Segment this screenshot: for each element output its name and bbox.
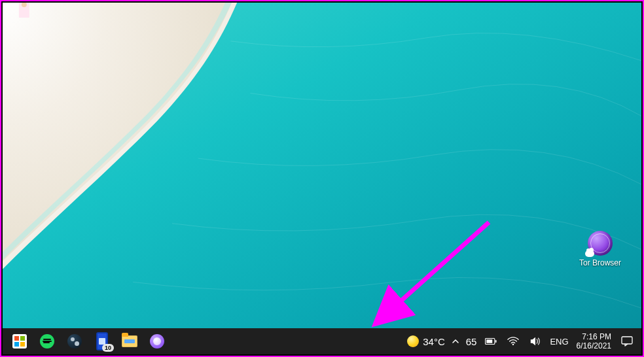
spotify-button[interactable] (39, 333, 55, 349)
steam-icon (67, 334, 82, 348)
tor-browser-shortcut[interactable]: Tor Browser (575, 231, 626, 267)
your-phone-badge: 10 (102, 344, 114, 352)
weather-widget[interactable]: 34°C (407, 335, 445, 347)
file-explorer-button[interactable] (122, 333, 137, 349)
svg-rect-8 (622, 337, 632, 344)
spotify-icon (40, 334, 54, 348)
svg-rect-6 (487, 339, 493, 343)
clock-button[interactable]: 7:16 PM 6/16/2021 (575, 332, 613, 350)
tray-overflow-button[interactable] (452, 337, 459, 345)
microsoft-store-button[interactable] (12, 333, 27, 349)
sunny-icon (407, 335, 419, 347)
your-phone-button[interactable]: 10 (94, 333, 110, 349)
clock-time: 7:16 PM (582, 332, 611, 341)
ime-indicator[interactable]: ENG (550, 337, 568, 347)
system-tray: 34°C 65 (407, 332, 641, 350)
wifi-icon (507, 335, 519, 347)
svg-point-7 (512, 343, 514, 345)
tray-count[interactable]: 65 (466, 336, 477, 347)
store-icon (12, 334, 27, 348)
chevron-up-icon (452, 337, 459, 345)
weather-temperature: 34°C (423, 336, 445, 347)
notifications-icon (621, 335, 633, 347)
battery-button[interactable] (483, 333, 499, 349)
tor-browser-icon (588, 231, 613, 256)
cloud-sync-badge-icon (585, 250, 594, 257)
taskbar-pinned-apps: 10 (3, 333, 165, 349)
clock-date: 6/16/2021 (577, 341, 611, 350)
desktop-screen: Tor Browser 10 (0, 0, 644, 357)
svg-rect-5 (495, 340, 497, 343)
file-explorer-icon (122, 335, 137, 347)
volume-button[interactable] (528, 333, 543, 349)
desktop-icon-label: Tor Browser (575, 258, 626, 267)
action-center-button[interactable] (619, 333, 635, 349)
purple-app-button[interactable] (149, 333, 165, 349)
purple-circle-icon (150, 334, 164, 348)
battery-icon (485, 335, 497, 347)
wifi-button[interactable] (505, 333, 521, 349)
taskbar: 10 34°C 65 (3, 328, 641, 354)
steam-button[interactable] (67, 333, 82, 349)
desktop-wallpaper (3, 3, 641, 354)
speaker-icon (529, 335, 541, 347)
